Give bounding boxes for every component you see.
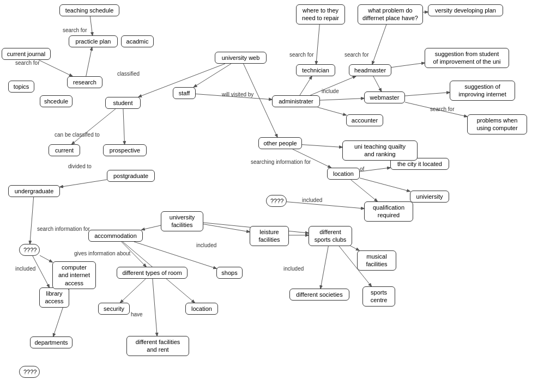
undergraduate: undergraduate [8,185,60,197]
lbl-searchfor4: search for [344,52,368,58]
uni-teaching: uni teaching quailty and ranking [342,140,418,161]
svg-line-22 [287,202,364,209]
student: student [105,97,141,109]
ques1: ???? [19,244,40,256]
lbl-searchfor2: search for [15,60,39,66]
different-sports: different sports clubs [309,226,352,246]
svg-line-24 [203,224,250,232]
svg-line-4 [123,109,125,144]
svg-line-21 [350,180,377,201]
svg-line-17 [302,145,342,148]
svg-line-40 [372,23,387,64]
svg-line-8 [300,76,312,95]
svg-line-13 [405,93,450,96]
svg-line-11 [318,107,346,115]
leisure-facilities: leisture facilities [250,226,289,246]
administrter: administrater [272,95,320,107]
library-access: library access [39,287,69,308]
svg-line-23 [142,225,161,230]
postgraduate: postgraduate [107,170,155,182]
location-uni: location [327,168,360,180]
staff: staff [173,87,196,99]
different-types-room: different types of room [117,267,188,279]
current-journal: current journal [2,48,51,60]
svg-line-5 [60,180,107,187]
webmaster: webmaster [364,91,405,103]
practicle-plan: practicle plan [69,35,118,47]
svg-line-30 [153,279,157,336]
svg-line-42 [391,63,425,67]
shops: shops [216,267,243,279]
security: security [98,303,130,315]
accommodation: accommodation [88,230,143,242]
lbl-canbe: can be classifed to [55,132,100,138]
svg-line-12 [373,76,382,91]
shcedule: shcedule [40,95,72,107]
lbl-dividedto: divided to [68,163,92,169]
lbl-searchinfo: search information for [37,226,90,232]
suggestion-internet: suggestion of improving internet [450,81,515,101]
sports-centre: sports centre [362,286,395,307]
musical-facilities: musical facilities [357,250,396,271]
university-web: university web [215,52,267,64]
lbl-searchinginfo: searching information for [251,159,311,165]
current: current [49,144,80,156]
computer-internet: computer and internet access [52,261,96,289]
svg-line-1 [39,60,72,76]
svg-line-35 [30,197,34,244]
topics: topics [8,81,34,93]
different-facilities: different facilities and rent [126,336,189,356]
svg-line-34 [321,244,329,289]
svg-line-20 [360,178,410,191]
svg-line-0 [90,16,92,35]
lbl-included2: included [196,242,216,248]
lbl-searchfor5: search for [430,106,454,112]
lbl-have: have [131,311,143,317]
qualification: qualification required [364,201,413,222]
uni-developing: versity developing plan [428,4,503,16]
lbl-of: of [360,166,364,172]
university-facilities: university facilities [161,211,203,231]
svg-line-2 [86,47,92,76]
acadmic: acadmic [121,35,154,47]
location-acc: location [185,303,218,315]
lbl-searchfor1: search for [63,27,87,33]
lbl-gives: gives information about [74,250,130,256]
accounter: accounter [346,114,383,126]
svg-line-19 [360,168,390,171]
svg-line-36 [33,256,50,287]
different-societies: different societies [289,289,349,301]
other-people: other people [258,137,302,149]
lbl-included1: included [15,266,35,272]
problems-computer: problems when using computer [467,114,527,134]
svg-line-10 [320,99,364,100]
svg-line-37 [40,255,52,262]
where-repair: where to they need to repair [296,4,345,24]
concept-map-canvas: teaching schedulepracticle planacadmiccu… [0,0,538,392]
technician: technician [296,64,335,76]
university-node: univiersity [410,191,449,203]
teaching-schedule: teaching schedule [59,4,119,16]
prospective: prospective [103,144,147,156]
what-problem: what problem do differnet place have? [358,4,423,24]
lbl-include: include [322,88,339,94]
svg-line-29 [120,279,146,303]
suggestion-student: suggestion from student of improvement o… [425,48,509,68]
lbl-included4: included [283,266,304,272]
svg-line-39 [316,23,320,64]
ques2: ???? [19,366,40,378]
departments: departments [30,336,72,348]
research: research [67,76,102,88]
svg-line-6 [194,64,231,87]
headmaster: headmaster [349,64,391,76]
lbl-included3: included [302,197,322,203]
lbl-searchfor3: search for [289,52,313,58]
svg-line-3 [72,109,116,144]
ques3: ???? [266,195,287,207]
lbl-willvisited: will visited by [222,91,253,97]
lbl-classified: classified [117,71,140,77]
